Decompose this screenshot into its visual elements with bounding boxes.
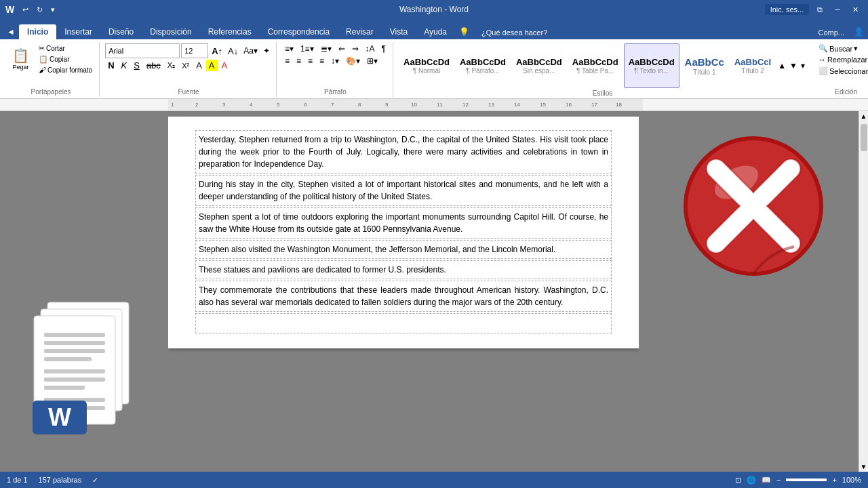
numbering-btn[interactable]: 1≡▾ xyxy=(298,43,317,54)
decrease-indent-btn[interactable]: ⇐ xyxy=(336,43,348,54)
seleccionar-btn[interactable]: ⬜Seleccionar▾ xyxy=(816,66,868,76)
tab-diseno[interactable]: Diseño xyxy=(100,24,142,39)
paragraph-7[interactable] xyxy=(195,313,612,333)
scroll-up-btn[interactable]: ▲ xyxy=(859,111,868,121)
svg-rect-5 xyxy=(44,349,105,353)
clear-format-btn[interactable]: ✦ xyxy=(261,45,272,56)
format-copy-btn[interactable]: 🖌Copiar formato xyxy=(36,65,95,75)
paragraph-3[interactable]: Stephen spent a lot of time outdoors exp… xyxy=(195,207,612,239)
customize-btn[interactable]: ▾ xyxy=(48,4,58,16)
decrease-font-btn[interactable]: A↓ xyxy=(226,45,240,57)
italic-btn[interactable]: K xyxy=(119,60,130,71)
print-layout-btn[interactable]: ⊡ xyxy=(735,476,741,485)
highlight-btn[interactable]: A xyxy=(206,60,218,71)
help-icon[interactable]: 💡 xyxy=(455,24,473,39)
font-size-input[interactable] xyxy=(181,43,208,58)
svg-text:W: W xyxy=(48,403,71,431)
align-left-btn[interactable]: ≡ xyxy=(282,56,292,66)
style-normal[interactable]: AaBbCcDd ¶ Normal xyxy=(399,43,454,88)
cut-btn[interactable]: ✂Cortar xyxy=(36,43,95,54)
scroll-down-btn[interactable]: ▼ xyxy=(859,462,868,472)
style-sin-espacio[interactable]: AaBbCcDd Sin espa... xyxy=(511,43,567,88)
status-right: ⊡ 🌐 📖 − + 100% xyxy=(735,476,861,485)
tab-que-desea[interactable]: ¿Qué desea hacer? xyxy=(473,26,555,39)
comp-btn[interactable]: Comp... xyxy=(812,26,850,39)
align-center-btn[interactable]: ≡ xyxy=(294,56,304,66)
subscript-btn[interactable]: X₂ xyxy=(165,60,178,70)
style-titulo1[interactable]: AaBbCc Título 1 xyxy=(680,43,729,88)
scroll-thumb[interactable] xyxy=(861,124,867,151)
read-mode-btn[interactable]: 📖 xyxy=(762,476,771,485)
zoom-slider[interactable] xyxy=(786,479,827,481)
style-texto-in[interactable]: AaBbCcDd ¶ Texto in... xyxy=(624,43,679,88)
tab-ayuda[interactable]: Ayuda xyxy=(416,24,455,39)
tab-inicio[interactable]: Inicio xyxy=(19,24,56,39)
doc-area[interactable]: Yesterday, Stephen returned from a trip … xyxy=(168,111,639,472)
undo-btn[interactable]: ↩ xyxy=(20,4,31,16)
copy-btn[interactable]: 📋Copiar xyxy=(36,54,95,64)
bold-btn[interactable]: N xyxy=(105,60,117,71)
tab-vista[interactable]: Vista xyxy=(382,24,416,39)
change-case-btn[interactable]: Aa▾ xyxy=(241,45,260,56)
web-layout-btn[interactable]: 🌐 xyxy=(747,476,756,485)
svg-rect-8 xyxy=(44,378,105,382)
superscript-btn[interactable]: X² xyxy=(179,61,192,70)
window-minimize-btn[interactable]: ─ xyxy=(831,4,844,15)
status-left: 1 de 1 157 palabras ✓ xyxy=(7,476,98,485)
reemplazar-btn[interactable]: ↔Reemplazar xyxy=(816,55,868,64)
paragraph-5[interactable]: These statues and pavilions are dedicate… xyxy=(195,260,612,279)
shading-btn[interactable]: 🎨▾ xyxy=(343,56,363,66)
styles-scroll-up[interactable]: ▲ xyxy=(776,43,787,88)
styles-more-btn[interactable]: ▾ xyxy=(800,43,806,88)
tab-correspondencia[interactable]: Correspondencia xyxy=(260,24,338,39)
title-bar: W ↩ ↻ ▾ Washington - Word Inic. ses... ⧉… xyxy=(0,0,868,19)
parrafo-group: ≡▾ 1≡▾ ≣▾ ⇐ ⇒ ↕A ¶ ≡ ≡ ≡ ≡ ↕▾ 🎨▾ ⊞▾ Párr… xyxy=(278,42,393,97)
tab-disposicion[interactable]: Disposición xyxy=(142,24,199,39)
right-scrollbar[interactable]: ▲ ▼ xyxy=(859,111,868,472)
account-icon[interactable]: 👤 xyxy=(850,24,868,39)
show-marks-btn[interactable]: ¶ xyxy=(379,43,389,54)
zoom-out-btn[interactable]: − xyxy=(776,476,781,484)
portapapeles-label: Portapapeles xyxy=(7,87,95,96)
borders-btn[interactable]: ⊞▾ xyxy=(364,56,380,66)
spelling-check-icon[interactable]: ✓ xyxy=(92,476,98,485)
redo-btn[interactable]: ↻ xyxy=(34,4,45,16)
edicion-row1: 🔍Buscar▾ xyxy=(816,43,861,54)
fuente-label: Fuente xyxy=(105,87,272,96)
sort-btn[interactable]: ↕A xyxy=(363,43,378,54)
tab-revisar[interactable]: Revisar xyxy=(338,24,382,39)
align-right-btn[interactable]: ≡ xyxy=(305,56,315,66)
paste-btn[interactable]: 📋 Pegar xyxy=(7,46,35,72)
left-arrow-icon[interactable]: ◄ xyxy=(3,24,19,39)
strikethrough-btn[interactable]: abc xyxy=(144,60,163,71)
style-table-pa[interactable]: AaBbCcDd ¶ Table Pa... xyxy=(568,43,623,88)
styles-scroll-down[interactable]: ▼ xyxy=(788,43,799,88)
underline-btn[interactable]: S xyxy=(131,60,142,71)
font-color-btn[interactable]: A xyxy=(193,60,205,71)
font-color2-btn[interactable]: A xyxy=(219,60,231,71)
tab-insertar[interactable]: Insertar xyxy=(56,24,100,39)
left-panel: W xyxy=(0,111,168,472)
paragraph-1[interactable]: Yesterday, Stephen returned from a trip … xyxy=(195,130,612,174)
paragraph-4[interactable]: Stephen also visited the Washington Monu… xyxy=(195,240,612,259)
align-justify-btn[interactable]: ≡ xyxy=(317,56,327,66)
increase-indent-btn[interactable]: ⇒ xyxy=(349,43,361,54)
style-parrafo[interactable]: AaBbCcDd ¶ Párrafo... xyxy=(455,43,511,88)
window-close-btn[interactable]: ✕ xyxy=(848,4,863,16)
increase-font-btn[interactable]: A↑ xyxy=(210,45,224,57)
font-family-input[interactable] xyxy=(105,43,180,58)
zoom-in-btn[interactable]: + xyxy=(832,476,836,484)
tab-referencias[interactable]: Referencias xyxy=(200,24,260,39)
style-titulo2[interactable]: AaBbCcI Título 2 xyxy=(730,43,776,88)
paragraph-6[interactable]: They commemorate the contributions that … xyxy=(195,281,612,312)
zoom-level: 100% xyxy=(842,476,861,484)
multilevel-btn[interactable]: ≣▾ xyxy=(318,43,334,54)
word-icon: W xyxy=(14,296,149,458)
line-spacing-btn[interactable]: ↕▾ xyxy=(328,56,342,66)
inic-ses-btn[interactable]: Inic. ses... xyxy=(765,4,810,15)
portapapeles-buttons: 📋 Pegar ✂Cortar 📋Copiar 🖌Copiar formato xyxy=(7,43,95,75)
buscar-btn[interactable]: 🔍Buscar▾ xyxy=(816,43,861,54)
bullets-btn[interactable]: ≡▾ xyxy=(282,43,296,54)
paragraph-2[interactable]: During his stay in the city, Stephen vis… xyxy=(195,175,612,206)
window-restore-btn[interactable]: ⧉ xyxy=(813,4,827,16)
